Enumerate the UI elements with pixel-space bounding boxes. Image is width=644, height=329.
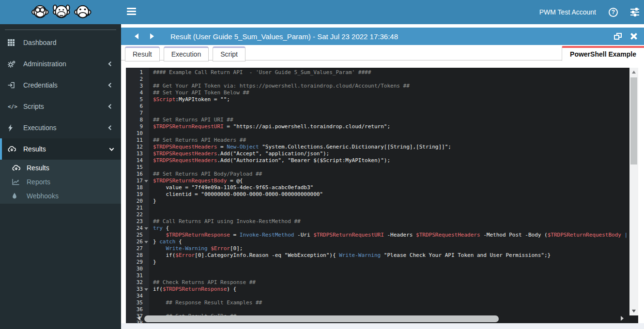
- chevron-left-icon: [108, 61, 113, 66]
- line-number: 16: [126, 171, 149, 178]
- line-number: 21: [126, 205, 149, 211]
- sidebar-subitem-reports[interactable]: Reports: [0, 175, 121, 189]
- cloud-download-icon: [8, 146, 20, 152]
- line-number: 24: [126, 225, 149, 232]
- line-number: 20: [126, 198, 149, 205]
- code-line: if($TRDPSReturnResponse) {: [153, 286, 629, 293]
- result-tabs-bar: ResultExecutionScript PowerShell Example: [121, 45, 644, 60]
- code-line: }: [153, 259, 629, 266]
- previous-result-icon[interactable]: [135, 33, 138, 39]
- sidebar-item-executions[interactable]: Executions: [0, 117, 121, 138]
- chevron-left-icon: [108, 125, 113, 130]
- vscroll-down-arrow-icon[interactable]: [632, 310, 636, 313]
- code-line: $TRDPSRequestHeaders.Add("Authorization"…: [153, 157, 629, 164]
- sidebar-item-credentials[interactable]: Credentials: [0, 75, 121, 96]
- chevron-left-icon: [108, 104, 113, 109]
- sidebar: DashboardAdministrationCredentials</>Scr…: [0, 24, 121, 329]
- editor-code: #### Example Call Return API - 'User Gui…: [149, 68, 629, 323]
- restore-window-icon[interactable]: [614, 33, 622, 40]
- code-line: #### Example Call Return API - 'User Gui…: [153, 69, 629, 76]
- result-window-titlebar: Result (User Guide 5_Sum_Values_Param) -…: [121, 28, 644, 45]
- sidebar-divider: [5, 30, 116, 30]
- code-fold-icon[interactable]: [144, 241, 148, 243]
- line-number: 17: [126, 178, 149, 184]
- tab-powershell-example[interactable]: PowerShell Example: [562, 46, 644, 61]
- vscroll-thumb[interactable]: [630, 77, 637, 164]
- code-line: }: [153, 198, 629, 205]
- help-icon[interactable]: ?: [609, 8, 618, 17]
- code-line: $TRDPSReturnResponse = Invoke-RestMethod…: [153, 232, 629, 239]
- account-menu[interactable]: PWM Test Account: [539, 8, 596, 16]
- vscroll-track[interactable]: [629, 68, 638, 315]
- code-line: $TRDPSRequestHeaders = New-Object "Syste…: [153, 144, 629, 150]
- code-line: [153, 103, 629, 110]
- gears-icon: [8, 60, 20, 68]
- line-number: 32: [126, 279, 149, 286]
- line-number: 13: [126, 150, 149, 157]
- bolt-icon: [8, 124, 20, 132]
- code-line: clientid = "00000000-0000-0000-0000-0000…: [153, 191, 629, 198]
- chart-line-icon: [12, 179, 24, 185]
- code-line: [153, 110, 629, 117]
- sidebar-item-administration[interactable]: Administration: [0, 53, 121, 75]
- line-number: 25: [126, 232, 149, 239]
- close-window-icon[interactable]: [630, 33, 637, 40]
- sidebar-item-label: Scripts: [23, 103, 44, 110]
- line-number: 3: [126, 83, 149, 90]
- scrollbar-corner: [629, 315, 638, 323]
- line-number: 6: [126, 103, 149, 110]
- sidebar-subitem-label: Reports: [27, 178, 50, 186]
- code-line: [153, 266, 629, 272]
- code-line: Write-Warning $Error[0];: [153, 245, 629, 252]
- line-number: 30: [126, 266, 149, 272]
- chevron-left-icon: [108, 83, 113, 88]
- sidebar-item-dashboard[interactable]: Dashboard: [0, 32, 121, 53]
- tab-script[interactable]: Script: [213, 46, 245, 61]
- code-line: [153, 164, 629, 171]
- sidebar-submenu-results: ResultsReportsWebhooks: [0, 160, 121, 204]
- sidebar-item-label: Executions: [23, 124, 56, 132]
- code-fold-icon[interactable]: [144, 180, 148, 182]
- settings-sliders-icon[interactable]: [630, 9, 639, 15]
- app-logo[interactable]: [0, 0, 121, 24]
- hscroll-right-arrow-icon[interactable]: [621, 316, 624, 321]
- next-result-icon[interactable]: [150, 33, 154, 39]
- tab-result[interactable]: Result: [125, 46, 160, 61]
- code-fold-icon[interactable]: [144, 288, 148, 291]
- sidebar-subitem-results[interactable]: Results: [0, 161, 121, 175]
- hscroll-left-arrow-icon[interactable]: [138, 316, 140, 321]
- line-number: 29: [126, 259, 149, 266]
- tab-execution[interactable]: Execution: [164, 46, 209, 61]
- hscroll-thumb[interactable]: [144, 315, 499, 322]
- code-line: ## Response Result Examples ##: [153, 299, 629, 306]
- code-line: if($Error[0].CategoryInfo.Reason -eq "We…: [153, 252, 629, 259]
- sidebar-item-label: Credentials: [23, 81, 58, 89]
- code-fold-icon[interactable]: [144, 227, 148, 230]
- line-number: 12: [126, 144, 149, 150]
- chevron-down-icon: [109, 146, 114, 151]
- content-bottom-strip: [121, 323, 644, 329]
- line-number: 2: [126, 76, 149, 83]
- line-number: 22: [126, 211, 149, 218]
- sidebar-item-scripts[interactable]: </>Scripts: [0, 96, 121, 117]
- code-line: [153, 293, 629, 299]
- sidebar-item-results[interactable]: Results: [0, 138, 121, 160]
- code-icon: </>: [8, 104, 20, 110]
- line-number: 33: [126, 286, 149, 293]
- vscroll-up-arrow-icon[interactable]: [632, 71, 636, 74]
- code-line: ## Set Returns API Headers ##: [153, 137, 629, 144]
- code-line: try {: [153, 225, 629, 232]
- powershell-code-editor[interactable]: 1234567891011121314151617181920212223242…: [126, 68, 629, 323]
- sidebar-item-label: Results: [23, 145, 46, 153]
- line-number: 15: [126, 164, 149, 171]
- sidebar-subitem-webhooks[interactable]: Webhooks: [0, 189, 121, 203]
- hamburger-icon: [127, 8, 136, 9]
- line-number: 27: [126, 245, 149, 252]
- code-line: $TRDPSReturnRequestURI = "https://api.po…: [153, 123, 629, 130]
- droplet-icon: [12, 193, 24, 199]
- code-line: ## Get Your API Token via: https://power…: [153, 83, 629, 90]
- sidebar-item-label: Dashboard: [23, 39, 57, 46]
- code-line: ## Set Your API Token Below ##: [153, 90, 629, 96]
- sidebar-toggle-button[interactable]: [127, 8, 136, 16]
- cloud-download-icon: [12, 164, 24, 171]
